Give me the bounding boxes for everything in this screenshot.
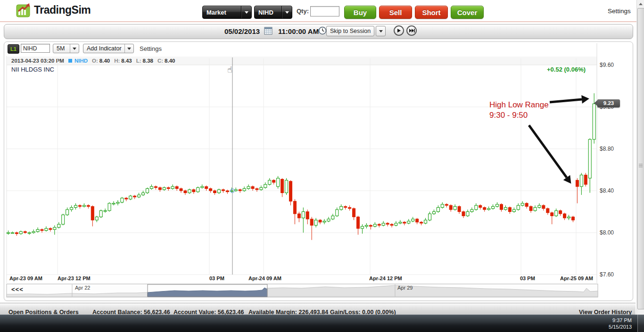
chevron-down-icon[interactable] — [70, 44, 79, 53]
play-icon — [396, 28, 401, 33]
fast-forward-icon — [409, 28, 415, 33]
x-axis-label: Apr-24 09 AM — [248, 275, 281, 281]
short-button-label: Short — [422, 8, 440, 16]
chevron-down-icon[interactable] — [241, 6, 251, 18]
sell-button[interactable]: Sell — [379, 6, 412, 19]
symbol-dropdown[interactable]: NIHD — [254, 6, 292, 19]
chart-symbol-input[interactable] — [21, 44, 50, 53]
y-axis-label: $8.00 — [600, 229, 614, 236]
low-value: 8.38 — [143, 58, 153, 64]
chart-panel — [4, 41, 633, 301]
interval-select[interactable]: 5M — [53, 44, 79, 53]
scroll-up-button[interactable] — [637, 0, 644, 8]
y-axis-label: $9.60 — [600, 62, 614, 68]
skip-to-session-value: Skip to Session — [330, 28, 371, 34]
x-axis-label: 03 PM — [209, 275, 224, 281]
calendar-icon[interactable] — [264, 26, 272, 35]
account-status-bar: Open Positions & Orders Account Balance:… — [0, 303, 636, 315]
high-value: 8.43 — [121, 58, 132, 64]
app-header: TradingSim Market NIHD Qty: Buy Sell Sho… — [0, 0, 644, 21]
tradingsim-logo-icon — [16, 3, 31, 17]
last-price-tag: 9.23 — [597, 99, 620, 107]
navigator-back-button[interactable]: <<< — [11, 286, 24, 293]
ohlc-symbol: NIHD — [74, 58, 88, 64]
logo-text: TradingSim — [34, 4, 91, 16]
taskbar-clock[interactable]: 9:37 PM 5/15/2013 — [603, 317, 632, 330]
chevron-up-icon — [639, 3, 643, 5]
annotation-line-2: 9:30 - 9:50 — [489, 110, 549, 121]
navigator-date-label: Apr 29 — [397, 285, 413, 291]
clock-date: 5/15/2013 — [603, 324, 632, 330]
hand-cursor-icon: ☝ — [227, 65, 232, 74]
x-axis-label: Apr-24 12 PM — [369, 275, 402, 281]
add-indicator-dropdown[interactable]: Add Indicator — [83, 44, 134, 53]
x-axis-label: Apr-23 12 PM — [58, 275, 91, 281]
x-axis-label: Apr-23 09 AM — [9, 275, 42, 281]
sell-button-label: Sell — [389, 8, 402, 16]
high-label: H: — [114, 58, 120, 64]
clock-icon[interactable] — [318, 26, 327, 35]
x-axis-label: 03 PM — [520, 275, 535, 281]
qty-input[interactable] — [310, 6, 339, 16]
series-color-swatch — [68, 59, 72, 63]
chart-annotation: High Low Range 9:30 - 9:50 — [489, 100, 549, 121]
chart-settings-link[interactable]: Settings — [140, 45, 162, 52]
y-axis-label: $7.60 — [600, 271, 614, 278]
low-label: L: — [136, 58, 141, 64]
y-axis-label: $8.80 — [600, 146, 614, 152]
scrollbar-thumb[interactable] — [637, 8, 644, 309]
clock-time: 9:37 PM — [603, 317, 632, 324]
ohlc-info-bar: 2013-04-23 03:20 PM NIHD O: 8.40 H: 8.43… — [7, 57, 597, 65]
company-name: NII HLDGS INC — [11, 66, 54, 73]
buy-button-label: Buy — [354, 8, 367, 16]
chart-level-badge: L1 — [8, 44, 19, 54]
cover-button[interactable]: Cover — [451, 6, 484, 19]
open-label: O: — [92, 58, 98, 64]
skip-session-arrow-button[interactable] — [376, 26, 386, 36]
settings-link[interactable]: Settings — [608, 8, 631, 15]
chevron-down-icon[interactable] — [281, 6, 292, 18]
qty-label: Qty: — [297, 8, 309, 15]
skip-to-session-select[interactable]: Skip to Session — [326, 26, 374, 36]
y-axis-label: $8.40 — [600, 187, 614, 194]
navigator-date-label: Apr 22 — [75, 285, 90, 291]
sim-time: 11:00:00 AM — [278, 27, 319, 35]
play-button[interactable] — [394, 25, 404, 36]
interval-value: 5M — [53, 45, 70, 52]
tradingsim-logo[interactable]: TradingSim — [16, 3, 91, 17]
x-axis-label: Apr-25 09 AM — [560, 275, 593, 281]
chevron-down-icon[interactable] — [124, 44, 133, 53]
annotation-line-1: High Low Range — [489, 100, 549, 110]
scrollbar-grip — [639, 164, 643, 168]
tradingsim-app: TradingSim Market NIHD Qty: Buy Sell Sho… — [0, 0, 644, 332]
sim-date: 05/02/2013 — [224, 27, 260, 35]
fast-forward-button[interactable] — [406, 25, 417, 36]
symbol-dropdown-value: NIHD — [255, 9, 281, 16]
close-label: C: — [157, 58, 163, 64]
page-scrollbar[interactable] — [636, 0, 644, 315]
windows-taskbar: e — [0, 315, 644, 332]
ohlc-timestamp: 2013-04-23 03:20 PM — [11, 58, 64, 64]
market-dropdown-value: Market — [203, 9, 241, 16]
header-accent-line — [0, 21, 644, 22]
buy-button[interactable]: Buy — [344, 6, 376, 19]
chevron-down-icon — [379, 30, 383, 32]
short-button[interactable]: Short — [415, 6, 448, 19]
open-value: 8.40 — [99, 58, 110, 64]
show-desktop-button[interactable] — [637, 315, 644, 332]
close-value: 8.40 — [165, 58, 175, 64]
cover-button-label: Cover — [457, 8, 478, 16]
add-indicator-label: Add Indicator — [83, 45, 124, 52]
price-change-label: +0.52 (0.06%) — [547, 66, 586, 73]
market-dropdown[interactable]: Market — [202, 6, 252, 19]
